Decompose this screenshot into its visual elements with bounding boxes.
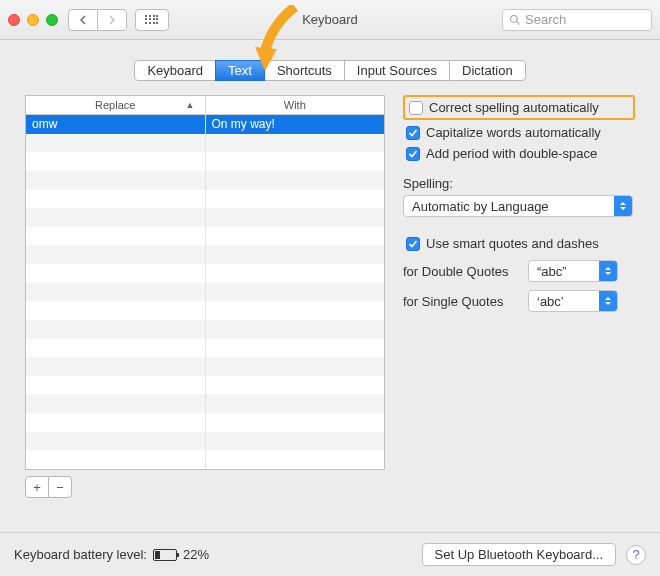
cell-with: On my way!	[206, 115, 385, 134]
help-button[interactable]: ?	[626, 545, 646, 565]
col-with[interactable]: With	[206, 96, 385, 114]
dropdown-arrows-icon	[599, 291, 617, 311]
tab-text[interactable]: Text	[215, 60, 265, 81]
tab-dictation[interactable]: Dictation	[449, 60, 526, 81]
add-button[interactable]: +	[25, 476, 49, 498]
add-period-row[interactable]: Add period with double-space	[403, 145, 635, 162]
chevron-right-icon	[108, 15, 116, 25]
battery-icon	[153, 549, 177, 561]
single-quotes-value: ‘abc’	[537, 294, 564, 309]
double-quotes-label: for Double Quotes	[403, 264, 521, 279]
col-replace[interactable]: Replace ▲	[26, 96, 206, 114]
preferences-window: Keyboard Search Keyboard Text Shortcuts …	[0, 0, 660, 576]
table-header: Replace ▲ With	[26, 96, 384, 115]
nav-buttons	[68, 9, 127, 31]
spelling-value: Automatic by Language	[412, 199, 549, 214]
sort-caret-icon: ▲	[186, 100, 195, 110]
battery-percent: 22%	[183, 547, 209, 562]
checkbox-smart-quotes[interactable]	[406, 237, 420, 251]
table-row[interactable]: omw On my way!	[26, 115, 384, 134]
correct-spelling-row[interactable]: Correct spelling automatically	[403, 95, 635, 120]
search-placeholder: Search	[525, 12, 566, 27]
tab-shortcuts[interactable]: Shortcuts	[264, 60, 345, 81]
close-icon[interactable]	[8, 14, 20, 26]
replacements-table[interactable]: Replace ▲ With omw On my way!	[25, 95, 385, 470]
grid-icon	[145, 15, 159, 25]
battery-status: Keyboard battery level: 22%	[14, 547, 209, 562]
zoom-icon[interactable]	[46, 14, 58, 26]
show-all-button[interactable]	[135, 9, 169, 31]
capitalize-label: Capitalize words automatically	[426, 125, 601, 140]
smart-quotes-label: Use smart quotes and dashes	[426, 236, 599, 251]
double-quotes-select[interactable]: “abc”	[528, 260, 618, 282]
search-icon	[509, 14, 521, 26]
single-quotes-select[interactable]: ‘abc’	[528, 290, 618, 312]
back-button[interactable]	[68, 9, 98, 31]
cell-replace: omw	[26, 115, 206, 134]
titlebar: Keyboard Search	[0, 0, 660, 40]
dropdown-arrows-icon	[614, 196, 632, 216]
add-period-label: Add period with double-space	[426, 146, 597, 161]
check-icon	[408, 149, 418, 159]
correct-spelling-label: Correct spelling automatically	[429, 100, 599, 115]
tab-keyboard[interactable]: Keyboard	[134, 60, 216, 81]
tab-input-sources[interactable]: Input Sources	[344, 60, 450, 81]
replacements-panel: Replace ▲ With omw On my way!	[25, 95, 385, 498]
text-options: Correct spelling automatically Capitaliz…	[403, 95, 635, 498]
remove-button[interactable]: −	[48, 476, 72, 498]
smart-quotes-row[interactable]: Use smart quotes and dashes	[403, 235, 635, 252]
battery-label: Keyboard battery level:	[14, 547, 147, 562]
svg-point-0	[511, 15, 518, 22]
table-body: omw On my way!	[26, 115, 384, 469]
search-input[interactable]: Search	[502, 9, 652, 31]
dropdown-arrows-icon	[599, 261, 617, 281]
tab-bar: Keyboard Text Shortcuts Input Sources Di…	[10, 60, 650, 81]
content-area: Keyboard Text Shortcuts Input Sources Di…	[0, 40, 660, 498]
check-icon	[408, 128, 418, 138]
window-controls	[8, 14, 58, 26]
single-quotes-label: for Single Quotes	[403, 294, 521, 309]
double-quotes-row: for Double Quotes “abc”	[403, 260, 635, 282]
svg-line-1	[517, 21, 520, 24]
spelling-select[interactable]: Automatic by Language	[403, 195, 633, 217]
double-quotes-value: “abc”	[537, 264, 567, 279]
bluetooth-keyboard-button[interactable]: Set Up Bluetooth Keyboard...	[422, 543, 616, 566]
minimize-icon[interactable]	[27, 14, 39, 26]
capitalize-row[interactable]: Capitalize words automatically	[403, 124, 635, 141]
footer: Keyboard battery level: 22% Set Up Bluet…	[0, 532, 660, 576]
checkbox-capitalize[interactable]	[406, 126, 420, 140]
spelling-label: Spelling:	[403, 176, 635, 191]
add-remove-buttons: + −	[25, 476, 72, 498]
checkbox-correct-spelling[interactable]	[409, 101, 423, 115]
checkbox-add-period[interactable]	[406, 147, 420, 161]
forward-button[interactable]	[97, 9, 127, 31]
chevron-left-icon	[79, 15, 87, 25]
check-icon	[408, 239, 418, 249]
single-quotes-row: for Single Quotes ‘abc’	[403, 290, 635, 312]
